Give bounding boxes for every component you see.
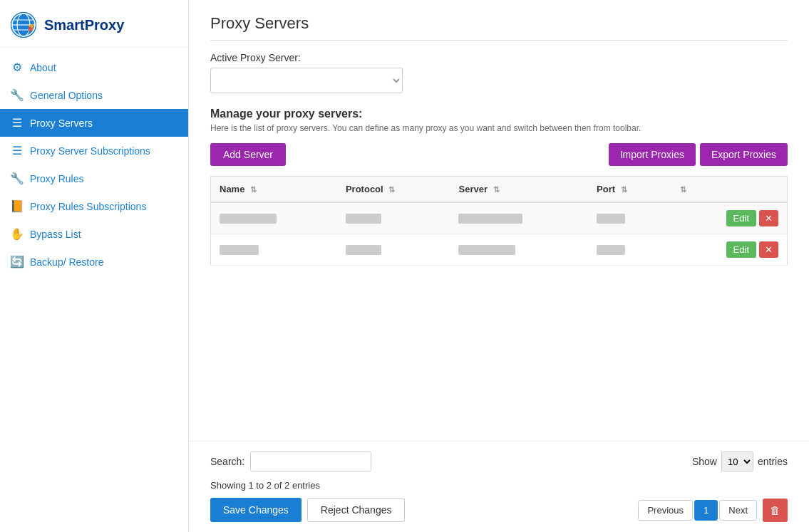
smartproxy-logo	[10, 11, 37, 38]
sort-server-icon: ⇅	[493, 185, 500, 194]
entries-label: entries	[758, 456, 788, 467]
main-content: Proxy Servers Active Proxy Server: Manag…	[189, 0, 809, 441]
about-icon: ⚙	[10, 61, 24, 74]
bottom-row: Save Changes Reject Changes Previous 1 N…	[210, 498, 788, 522]
sidebar-item-proxy-rules-subscriptions[interactable]: 📙 Proxy Rules Subscriptions	[0, 192, 188, 220]
reject-changes-button[interactable]: Reject Changes	[307, 498, 406, 522]
sidebar-item-about[interactable]: ⚙ About	[0, 53, 188, 81]
row1-server	[450, 202, 588, 234]
row2-actions: Edit ✕	[669, 234, 787, 266]
proxy-rules-subscriptions-icon: 📙	[10, 199, 24, 213]
row2-server	[450, 234, 588, 266]
manage-proxy-title: Manage your proxy servers:	[210, 108, 788, 120]
table-header: Name ⇅ Protocol ⇅ Server ⇅ Port ⇅	[211, 177, 788, 203]
search-left: Search:	[210, 452, 371, 471]
sidebar-item-proxy-servers[interactable]: ☰ Proxy Servers	[0, 109, 188, 137]
footer-area: Search: Show 10 25 50 entries Showing 1 …	[189, 441, 809, 532]
prev-page-button[interactable]: Previous	[638, 500, 693, 521]
active-proxy-select[interactable]	[210, 68, 403, 93]
backup-restore-icon: 🔄	[10, 255, 24, 268]
search-label: Search:	[210, 456, 244, 467]
proxy-server-subscriptions-icon: ☰	[10, 144, 24, 157]
sidebar-item-bypass-list-label: Bypass List	[30, 229, 81, 240]
proxy-servers-table: Name ⇅ Protocol ⇅ Server ⇅ Port ⇅	[210, 176, 788, 266]
general-options-icon: 🔧	[10, 88, 24, 102]
col-protocol[interactable]: Protocol ⇅	[337, 177, 450, 203]
sidebar-item-proxy-rules[interactable]: 🔧 Proxy Rules	[0, 165, 188, 192]
sidebar-item-bypass-list[interactable]: ✋ Bypass List	[0, 220, 188, 248]
showing-text: Showing 1 to 2 of 2 entries	[210, 480, 788, 491]
bottom-buttons: Save Changes Reject Changes	[210, 498, 405, 522]
row2-action-buttons: Edit ✕	[677, 241, 778, 258]
active-proxy-label: Active Proxy Server:	[210, 52, 788, 63]
sidebar-nav: ⚙ About 🔧 General Options ☰ Proxy Server…	[0, 48, 188, 532]
sidebar-item-about-label: About	[30, 62, 56, 73]
sort-name-icon: ⇅	[250, 185, 257, 194]
next-page-button[interactable]: Next	[719, 500, 757, 521]
import-proxies-button[interactable]: Import Proxies	[609, 143, 696, 166]
sort-port-icon: ⇅	[621, 185, 627, 194]
table-header-row: Name ⇅ Protocol ⇅ Server ⇅ Port ⇅	[211, 177, 788, 203]
sidebar-item-general-options-label: General Options	[30, 90, 103, 101]
row1-delete-button[interactable]: ✕	[759, 210, 778, 226]
table-row: Edit ✕	[211, 202, 788, 234]
bypass-list-icon: ✋	[10, 227, 24, 241]
save-changes-button[interactable]: Save Changes	[210, 498, 302, 522]
sidebar-item-proxy-rules-subscriptions-label: Proxy Rules Subscriptions	[30, 201, 146, 212]
sidebar-item-proxy-server-subscriptions[interactable]: ☰ Proxy Server Subscriptions	[0, 137, 188, 165]
row2-protocol	[337, 234, 450, 266]
row1-actions: Edit ✕	[669, 202, 787, 234]
sidebar: SmartProxy ⚙ About 🔧 General Options ☰ P…	[0, 0, 189, 532]
sidebar-item-backup-restore[interactable]: 🔄 Backup/ Restore	[0, 248, 188, 276]
export-proxies-button[interactable]: Export Proxies	[700, 143, 788, 166]
manage-proxy-subtitle: Here is the list of proxy servers. You c…	[210, 123, 788, 133]
col-port[interactable]: Port ⇅	[588, 177, 669, 203]
proxy-servers-icon: ☰	[10, 116, 24, 130]
sidebar-item-proxy-server-subscriptions-label: Proxy Server Subscriptions	[30, 145, 150, 157]
table-row: Edit ✕	[211, 234, 788, 266]
proxy-rules-icon: 🔧	[10, 172, 24, 185]
sidebar-title: SmartProxy	[44, 17, 124, 33]
main-panel: Proxy Servers Active Proxy Server: Manag…	[189, 0, 809, 532]
toolbar-row: Add Server Import Proxies Export Proxies	[210, 143, 788, 166]
row2-port	[588, 234, 669, 266]
col-server[interactable]: Server ⇅	[450, 177, 588, 203]
row2-name	[211, 234, 337, 266]
col-actions: ⇅	[669, 177, 787, 203]
show-label: Show	[692, 456, 717, 467]
trash-button[interactable]: 🗑	[763, 499, 788, 522]
sidebar-item-proxy-servers-label: Proxy Servers	[30, 118, 93, 129]
row1-protocol	[337, 202, 450, 234]
sidebar-item-backup-restore-label: Backup/ Restore	[30, 256, 104, 268]
sort-protocol-icon: ⇅	[388, 185, 395, 194]
row1-name	[211, 202, 337, 234]
show-entries-select[interactable]: 10 25 50	[721, 452, 753, 471]
col-name[interactable]: Name ⇅	[211, 177, 337, 203]
row1-edit-button[interactable]: Edit	[726, 210, 756, 226]
page-1-button[interactable]: 1	[694, 500, 718, 521]
import-export-group: Import Proxies Export Proxies	[609, 143, 788, 166]
sidebar-header: SmartProxy	[0, 0, 188, 48]
row1-action-buttons: Edit ✕	[677, 210, 778, 226]
sidebar-item-general-options[interactable]: 🔧 General Options	[0, 81, 188, 109]
sort-actions-icon: ⇅	[680, 185, 686, 194]
show-entries-right: Show 10 25 50 entries	[692, 452, 788, 471]
pagination: Previous 1 Next	[638, 500, 757, 521]
add-server-button[interactable]: Add Server	[210, 143, 286, 166]
row2-edit-button[interactable]: Edit	[726, 241, 756, 258]
row2-delete-button[interactable]: ✕	[759, 241, 778, 258]
sidebar-item-proxy-rules-label: Proxy Rules	[30, 173, 83, 184]
search-input[interactable]	[250, 452, 371, 471]
page-title: Proxy Servers	[210, 14, 788, 41]
search-row: Search: Show 10 25 50 entries	[210, 452, 788, 471]
row1-port	[588, 202, 669, 234]
table-body: Edit ✕ Edit ✕	[211, 202, 788, 266]
